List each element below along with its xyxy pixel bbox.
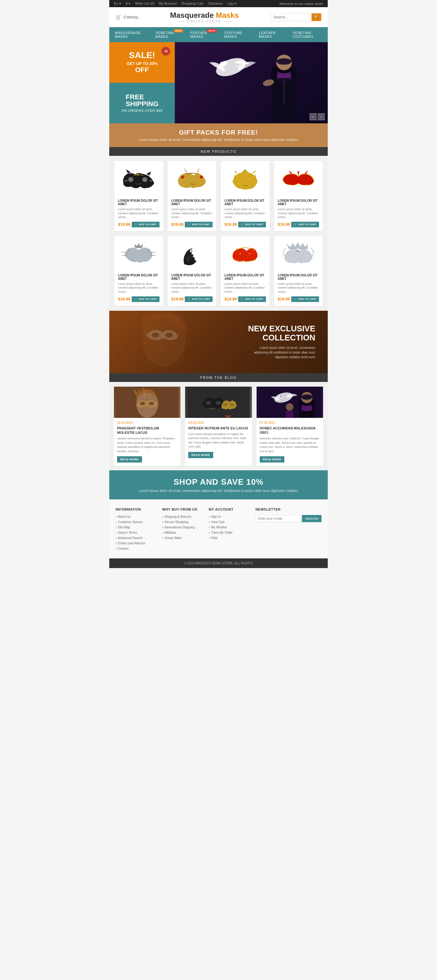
blog-text: Cum sociis natoque penatibus et magnis d… <box>188 432 248 449</box>
language-selector[interactable]: En ▾ <box>114 2 121 6</box>
newsletter-email-input[interactable] <box>255 515 300 522</box>
cart-icon: 🛒 <box>241 298 244 301</box>
product-footer: $19.99 🛒 ADD TO CART <box>172 222 213 228</box>
footer-link-group-sales[interactable]: Group Sales <box>162 536 202 540</box>
exclusive-mask-decoration <box>109 311 218 373</box>
blog-text: Aenean nonummy hendrerit mauris. Phasell… <box>117 437 177 453</box>
footer-link-orders-returns[interactable]: Orders and Returns <box>116 541 156 545</box>
cart-icon: 🛒 <box>241 223 244 226</box>
mask-illustration-7 <box>226 242 264 267</box>
footer-newsletter: NEWSLETTER subscribe <box>255 508 321 552</box>
product-desc: Lorem ipsum dolor sit amet, consect adip… <box>278 282 319 294</box>
site-logo[interactable]: Masquerade Masks ONLINE STORE <box>170 11 239 23</box>
blog-section: 02.03.2015 PRAESENT VESTIBULUM MOLESTIE … <box>109 382 328 471</box>
search-button[interactable]: 🔍 <box>311 13 321 21</box>
cart-icon: 🛒 <box>134 223 138 226</box>
footer-link-about[interactable]: About Us <box>116 515 156 519</box>
footer-link-view-cart[interactable]: View Cart <box>209 520 249 524</box>
product-image <box>278 239 319 270</box>
blog-image-1 <box>114 387 180 418</box>
cart-link[interactable]: Shopping Cart <box>181 2 203 6</box>
product-card: LOREM IPSUM DOLOR SIT AMET Lorem ipsum d… <box>274 235 323 306</box>
footer-newsletter-title: NEWSLETTER <box>255 508 321 511</box>
add-to-cart-button[interactable]: 🛒 ADD TO CART <box>132 222 159 228</box>
footer-link-advanced-search[interactable]: Advanced Search <box>116 536 156 540</box>
product-title: LOREM IPSUM DOLOR SIT AMET <box>224 274 266 280</box>
products-grid: LOREM IPSUM DOLOR SIT AMET Lorem ipsum d… <box>114 161 323 306</box>
logo-word2: Masks <box>216 11 239 19</box>
sale-subtitle: GET UP TO 20% <box>126 61 157 66</box>
footer-link-customer-service[interactable]: Customer Service <box>116 520 156 524</box>
footer-link-secure[interactable]: Secure Shopping <box>162 520 202 524</box>
search-input[interactable] <box>271 13 311 21</box>
product-image <box>224 239 266 270</box>
add-to-cart-button[interactable]: 🛒 ADD TO CART <box>291 296 319 302</box>
add-to-cart-button[interactable]: 🛒 ADD TO CART <box>185 222 213 228</box>
svg-point-55 <box>286 403 293 410</box>
add-to-cart-button[interactable]: 🛒 ADD TO CART <box>238 296 266 302</box>
svg-point-26 <box>190 254 193 259</box>
product-price: $19.99 <box>118 297 130 301</box>
svg-point-35 <box>305 250 307 251</box>
product-footer: $19.99 🛒 ADD TO CART <box>278 222 319 228</box>
read-more-button[interactable]: READ MORE <box>117 456 142 463</box>
nav-costume-masks[interactable]: COSTUME MASKS <box>218 27 253 42</box>
account-link[interactable]: My Account <box>159 2 177 6</box>
product-footer: $19.99 🛒 ADD TO CART <box>278 296 319 302</box>
svg-point-42 <box>140 402 145 405</box>
shipping-promo: FREESHIPPING ON ORDERS OVER $99 <box>109 83 175 123</box>
footer-my-account: MY ACCOUNT Sign In View Cart My Wishlist… <box>209 508 249 552</box>
blog-card: 02.03.2015 PRAESENT VESTIBULUM MOLESTIE … <box>114 387 180 466</box>
blog-title: PRAESENT VESTIBULUM MOLESTIE LACUS <box>117 426 177 435</box>
product-footer: $19.99 🛒 ADD TO CART <box>224 296 266 302</box>
search-box[interactable]: 🔍 <box>271 13 321 21</box>
blog-illustration-1 <box>116 387 178 418</box>
shipping-title: FREESHIPPING <box>126 94 158 107</box>
hero-prev-btn[interactable]: ‹ <box>310 113 316 120</box>
svg-point-52 <box>280 396 281 397</box>
footer-link-wishlist[interactable]: My Wishlist <box>209 526 249 529</box>
footer-link-track-order[interactable]: Track My Order <box>209 531 249 535</box>
read-more-button[interactable]: READ MORE <box>260 456 284 463</box>
hero-next-btn[interactable]: › <box>318 113 325 120</box>
read-more-button[interactable]: READ MORE <box>188 452 213 458</box>
product-desc: Lorem ipsum dolor sit amet, consect adip… <box>224 282 266 294</box>
footer-link-affiliates[interactable]: Affiliates <box>162 531 202 535</box>
add-to-cart-button[interactable]: 🛒 ADD TO CART <box>238 222 266 228</box>
nav-venetian-costumes[interactable]: VENETIAN COSTUMES <box>287 27 328 42</box>
nav-feather-masks[interactable]: FEATHER MASKS SALE <box>185 27 218 42</box>
login-link[interactable]: Log In <box>227 2 237 6</box>
footer-link-search-terms[interactable]: Search Terms <box>116 531 156 535</box>
cart-indicator[interactable]: 🛒 0 item(s) <box>116 14 138 20</box>
svg-point-18 <box>244 170 246 172</box>
wishlist-link[interactable]: Wish List (0) <box>135 2 154 6</box>
sale-promo[interactable]: -% SALE! GET UP TO 20% OFF <box>109 42 175 83</box>
site-footer: INFORMATION About Us Customer Service Si… <box>109 500 328 568</box>
footer-link-shipping[interactable]: Shipping & Returns <box>162 515 202 519</box>
product-desc: Lorem ipsum dolor sit amet, consect adip… <box>118 207 159 219</box>
svg-point-25 <box>186 256 191 262</box>
product-title: LOREM IPSUM DOLOR SIT AMET <box>172 199 213 206</box>
nav-masquerade-masks[interactable]: MASQUERADE MASKS <box>109 27 150 42</box>
product-price: $19.99 <box>172 222 184 227</box>
sale-title: SALE! <box>129 51 155 60</box>
add-to-cart-button[interactable]: 🛒 ADD TO CART <box>291 222 319 228</box>
footer-link-help[interactable]: Help <box>209 536 249 540</box>
blog-content: 02.03.2015 PRAESENT VESTIBULUM MOLESTIE … <box>114 418 180 466</box>
footer-link-intl-shipping[interactable]: International Shipping <box>162 526 202 529</box>
currency-selector[interactable]: $ ▾ <box>126 2 130 6</box>
newsletter-subscribe-button[interactable]: subscribe <box>302 515 321 522</box>
add-to-cart-button[interactable]: 🛒 ADD TO CART <box>185 296 213 302</box>
footer-link-site-map[interactable]: Site Map <box>116 526 156 529</box>
new-badge: NEW <box>174 29 183 32</box>
footer-link-contact[interactable]: Contact <box>116 547 156 550</box>
hero-left-panel: -% SALE! GET UP TO 20% OFF FREESHIPPING … <box>109 42 175 123</box>
add-to-cart-button[interactable]: 🛒 ADD TO CART <box>132 296 159 302</box>
sale-off: OFF <box>135 66 149 74</box>
nav-venetian-masks[interactable]: VENETIAN MASKS NEW <box>150 27 185 42</box>
checkout-link[interactable]: Checkout <box>208 2 222 6</box>
mask-illustration-6 <box>173 242 211 267</box>
footer-link-sign-in[interactable]: Sign In <box>209 515 249 519</box>
product-price: $19.99 <box>118 222 130 227</box>
nav-leather-masks[interactable]: LEATHER MASKS <box>253 27 287 42</box>
